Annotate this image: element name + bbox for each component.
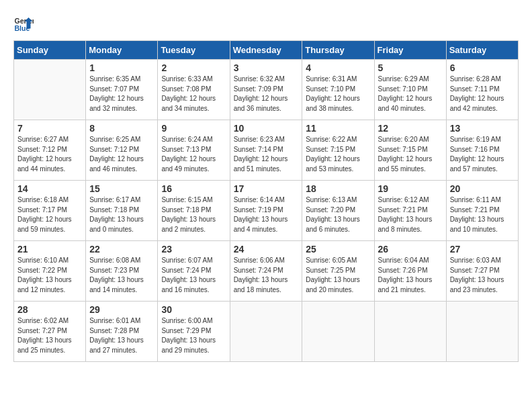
day-cell: 1Sunrise: 6:35 AM Sunset: 7:07 PM Daylig… xyxy=(86,60,158,120)
day-cell: 14Sunrise: 6:18 AM Sunset: 7:17 PM Dayli… xyxy=(14,181,86,241)
weekday-header-monday: Monday xyxy=(86,41,158,60)
day-number: 28 xyxy=(17,304,82,315)
day-cell xyxy=(14,60,86,120)
day-number: 20 xyxy=(450,183,515,194)
day-info: Sunrise: 6:27 AM Sunset: 7:12 PM Dayligh… xyxy=(17,135,82,174)
day-number: 30 xyxy=(161,304,226,315)
day-cell: 2Sunrise: 6:33 AM Sunset: 7:08 PM Daylig… xyxy=(158,60,230,120)
day-info: Sunrise: 6:04 AM Sunset: 7:26 PM Dayligh… xyxy=(378,256,443,295)
day-cell xyxy=(230,302,302,362)
day-number: 14 xyxy=(17,183,82,194)
day-cell: 30Sunrise: 6:00 AM Sunset: 7:29 PM Dayli… xyxy=(158,302,230,362)
day-number: 21 xyxy=(17,244,82,255)
day-cell: 21Sunrise: 6:10 AM Sunset: 7:22 PM Dayli… xyxy=(14,241,86,302)
day-number: 12 xyxy=(378,123,443,134)
day-info: Sunrise: 6:12 AM Sunset: 7:21 PM Dayligh… xyxy=(378,195,443,234)
day-cell: 6Sunrise: 6:28 AM Sunset: 7:11 PM Daylig… xyxy=(446,60,518,120)
day-cell: 22Sunrise: 6:08 AM Sunset: 7:23 PM Dayli… xyxy=(86,241,158,302)
day-number: 23 xyxy=(161,244,226,255)
day-cell: 17Sunrise: 6:14 AM Sunset: 7:19 PM Dayli… xyxy=(230,181,302,241)
day-number: 27 xyxy=(450,244,515,255)
day-number: 22 xyxy=(89,244,154,255)
week-row-5: 28Sunrise: 6:02 AM Sunset: 7:27 PM Dayli… xyxy=(14,302,519,362)
day-cell: 4Sunrise: 6:31 AM Sunset: 7:10 PM Daylig… xyxy=(302,60,374,120)
calendar-table: SundayMondayTuesdayWednesdayThursdayFrid… xyxy=(13,40,519,362)
day-cell: 10Sunrise: 6:23 AM Sunset: 7:14 PM Dayli… xyxy=(230,120,302,181)
weekday-header-friday: Friday xyxy=(374,41,446,60)
day-number: 7 xyxy=(17,123,82,134)
day-info: Sunrise: 6:35 AM Sunset: 7:07 PM Dayligh… xyxy=(89,75,154,113)
day-info: Sunrise: 6:03 AM Sunset: 7:27 PM Dayligh… xyxy=(450,256,515,295)
logo: General Blue xyxy=(13,13,34,34)
day-number: 8 xyxy=(89,123,154,134)
day-info: Sunrise: 6:22 AM Sunset: 7:15 PM Dayligh… xyxy=(306,135,370,174)
weekday-header-tuesday: Tuesday xyxy=(158,41,230,60)
day-cell: 11Sunrise: 6:22 AM Sunset: 7:15 PM Dayli… xyxy=(302,120,374,181)
weekday-header-thursday: Thursday xyxy=(302,41,374,60)
day-number: 26 xyxy=(378,244,443,255)
day-number: 15 xyxy=(89,183,154,194)
week-row-3: 14Sunrise: 6:18 AM Sunset: 7:17 PM Dayli… xyxy=(14,181,519,241)
day-cell: 15Sunrise: 6:17 AM Sunset: 7:18 PM Dayli… xyxy=(86,181,158,241)
day-info: Sunrise: 6:14 AM Sunset: 7:19 PM Dayligh… xyxy=(234,195,299,234)
day-number: 16 xyxy=(161,183,226,194)
day-info: Sunrise: 6:07 AM Sunset: 7:24 PM Dayligh… xyxy=(161,256,226,295)
week-row-4: 21Sunrise: 6:10 AM Sunset: 7:22 PM Dayli… xyxy=(14,241,519,302)
day-number: 10 xyxy=(234,123,299,134)
day-info: Sunrise: 6:06 AM Sunset: 7:24 PM Dayligh… xyxy=(234,256,299,295)
day-info: Sunrise: 6:28 AM Sunset: 7:11 PM Dayligh… xyxy=(450,75,515,113)
day-info: Sunrise: 6:33 AM Sunset: 7:08 PM Dayligh… xyxy=(161,75,226,113)
day-number: 24 xyxy=(234,244,299,255)
day-number: 11 xyxy=(306,123,370,134)
weekday-header-saturday: Saturday xyxy=(446,41,518,60)
day-info: Sunrise: 6:08 AM Sunset: 7:23 PM Dayligh… xyxy=(89,256,154,295)
day-number: 1 xyxy=(89,62,154,73)
day-info: Sunrise: 6:15 AM Sunset: 7:18 PM Dayligh… xyxy=(161,195,226,234)
day-cell: 20Sunrise: 6:11 AM Sunset: 7:21 PM Dayli… xyxy=(446,181,518,241)
day-info: Sunrise: 6:18 AM Sunset: 7:17 PM Dayligh… xyxy=(17,195,82,234)
day-number: 13 xyxy=(450,123,515,134)
logo-icon: General Blue xyxy=(13,13,34,34)
day-cell: 13Sunrise: 6:19 AM Sunset: 7:16 PM Dayli… xyxy=(446,120,518,181)
day-cell: 25Sunrise: 6:05 AM Sunset: 7:25 PM Dayli… xyxy=(302,241,374,302)
day-cell: 5Sunrise: 6:29 AM Sunset: 7:10 PM Daylig… xyxy=(374,60,446,120)
day-cell: 12Sunrise: 6:20 AM Sunset: 7:15 PM Dayli… xyxy=(374,120,446,181)
day-cell: 19Sunrise: 6:12 AM Sunset: 7:21 PM Dayli… xyxy=(374,181,446,241)
day-info: Sunrise: 6:01 AM Sunset: 7:28 PM Dayligh… xyxy=(89,316,154,355)
day-number: 3 xyxy=(234,62,299,73)
weekday-header-sunday: Sunday xyxy=(14,41,86,60)
day-info: Sunrise: 6:17 AM Sunset: 7:18 PM Dayligh… xyxy=(89,195,154,234)
weekday-header-row: SundayMondayTuesdayWednesdayThursdayFrid… xyxy=(14,41,519,60)
day-number: 9 xyxy=(161,123,226,134)
weekday-header-wednesday: Wednesday xyxy=(230,41,302,60)
day-cell xyxy=(374,302,446,362)
day-number: 4 xyxy=(306,62,370,73)
day-info: Sunrise: 6:10 AM Sunset: 7:22 PM Dayligh… xyxy=(17,256,82,295)
day-info: Sunrise: 6:13 AM Sunset: 7:20 PM Dayligh… xyxy=(306,195,370,234)
day-info: Sunrise: 6:19 AM Sunset: 7:16 PM Dayligh… xyxy=(450,135,515,174)
day-cell: 23Sunrise: 6:07 AM Sunset: 7:24 PM Dayli… xyxy=(158,241,230,302)
day-cell xyxy=(446,302,518,362)
page-header: General Blue xyxy=(13,13,519,34)
day-info: Sunrise: 6:23 AM Sunset: 7:14 PM Dayligh… xyxy=(234,135,299,174)
day-cell: 27Sunrise: 6:03 AM Sunset: 7:27 PM Dayli… xyxy=(446,241,518,302)
day-number: 29 xyxy=(89,304,154,315)
day-info: Sunrise: 6:11 AM Sunset: 7:21 PM Dayligh… xyxy=(450,195,515,234)
day-number: 25 xyxy=(306,244,370,255)
week-row-2: 7Sunrise: 6:27 AM Sunset: 7:12 PM Daylig… xyxy=(14,120,519,181)
day-cell: 7Sunrise: 6:27 AM Sunset: 7:12 PM Daylig… xyxy=(14,120,86,181)
day-cell: 24Sunrise: 6:06 AM Sunset: 7:24 PM Dayli… xyxy=(230,241,302,302)
day-number: 18 xyxy=(306,183,370,194)
day-number: 5 xyxy=(378,62,443,73)
day-info: Sunrise: 6:05 AM Sunset: 7:25 PM Dayligh… xyxy=(306,256,370,295)
day-cell: 28Sunrise: 6:02 AM Sunset: 7:27 PM Dayli… xyxy=(14,302,86,362)
day-number: 17 xyxy=(234,183,299,194)
day-number: 2 xyxy=(161,62,226,73)
day-cell: 26Sunrise: 6:04 AM Sunset: 7:26 PM Dayli… xyxy=(374,241,446,302)
day-info: Sunrise: 6:02 AM Sunset: 7:27 PM Dayligh… xyxy=(17,316,82,355)
day-info: Sunrise: 6:29 AM Sunset: 7:10 PM Dayligh… xyxy=(378,75,443,113)
day-info: Sunrise: 6:32 AM Sunset: 7:09 PM Dayligh… xyxy=(234,75,299,113)
day-cell: 3Sunrise: 6:32 AM Sunset: 7:09 PM Daylig… xyxy=(230,60,302,120)
day-number: 6 xyxy=(450,62,515,73)
day-cell: 29Sunrise: 6:01 AM Sunset: 7:28 PM Dayli… xyxy=(86,302,158,362)
